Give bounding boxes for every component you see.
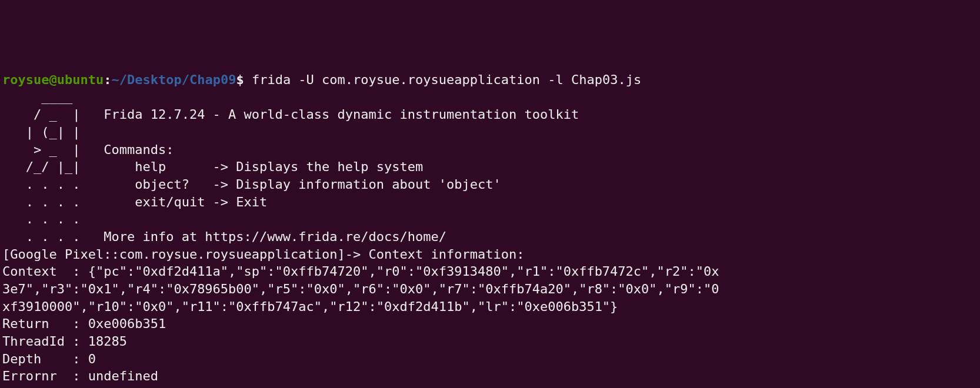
banner-line-8: . . . . (2, 210, 978, 228)
command-text: frida -U com.roysue.roysueapplication -l… (244, 72, 642, 87)
banner-line-7: . . . . exit/quit -> Exit (2, 193, 978, 211)
threadid-line: ThreadId : 18285 (2, 333, 978, 350)
depth-line: Depth : 0 (2, 350, 978, 368)
prompt-colon: : (104, 72, 111, 87)
session-prompt: [Google Pixel::com.roysue.roysueapplicat… (2, 246, 978, 263)
context-line-2: 3e7","r3":"0x1","r4":"0x78965b00","r5":"… (2, 280, 978, 298)
banner-line-1: ____ (2, 88, 978, 106)
errornr-line: Errornr : undefined (2, 367, 978, 385)
prompt-tilde: ~ (111, 72, 119, 87)
prompt-line: roysue@ubuntu:~/Desktop/Chap09$ frida -U… (2, 71, 978, 89)
context-line-3: xf3910000","r10":"0x0","r11":"0xffb747ac… (2, 298, 978, 316)
banner-line-4: > _ | Commands: (2, 141, 978, 159)
terminal-output[interactable]: roysue@ubuntu:~/Desktop/Chap09$ frida -U… (2, 71, 978, 385)
banner-line-3: | (_| | (2, 123, 978, 141)
banner-line-9: . . . . More info at https://www.frida.r… (2, 228, 978, 246)
prompt-host: ubuntu (57, 72, 104, 87)
banner-line-6: . . . . object? -> Display information a… (2, 176, 978, 193)
prompt-at: @ (49, 72, 56, 87)
return-line: Return : 0xe006b351 (2, 315, 978, 333)
context-line-1: Context : {"pc":"0xdf2d411a","sp":"0xffb… (2, 263, 978, 280)
prompt-dollar: $ (236, 72, 244, 87)
banner-line-5: /_/ |_| help -> Displays the help system (2, 158, 978, 176)
prompt-user: roysue (2, 72, 49, 87)
prompt-path: /Desktop/Chap09 (119, 72, 236, 87)
banner-line-2: / _ | Frida 12.7.24 - A world-class dyna… (2, 106, 978, 123)
